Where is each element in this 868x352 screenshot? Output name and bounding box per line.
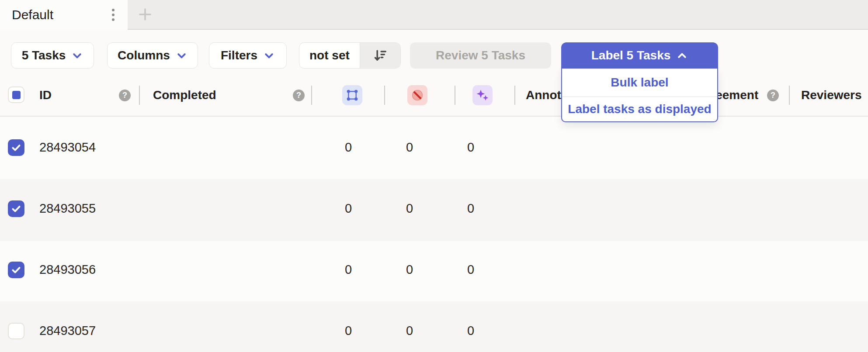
indeterminate-mark xyxy=(12,91,21,99)
tab-options-kebab-icon[interactable] xyxy=(107,7,120,23)
annotations-count: 0 xyxy=(331,140,366,155)
annotation-results-column-icon[interactable] xyxy=(342,85,362,105)
sort-descending-icon xyxy=(373,48,388,63)
predictions-count: 0 xyxy=(453,324,488,338)
tab-default-label: Default xyxy=(12,7,53,22)
plus-icon xyxy=(137,7,153,22)
chevron-down-icon xyxy=(263,50,275,62)
label-tasks-button[interactable]: Label 5 Tasks xyxy=(561,42,718,69)
cancelled-count: 0 xyxy=(392,140,427,155)
columns-dropdown[interactable]: Columns xyxy=(107,42,198,69)
toolbar: 5 Tasks Columns Filters not set xyxy=(0,30,868,74)
annotations-count: 0 xyxy=(331,324,366,338)
annotations-count: 0 xyxy=(331,262,366,277)
column-divider xyxy=(384,86,385,105)
task-id: 28493055 xyxy=(39,201,96,216)
ordering-value-button[interactable]: not set xyxy=(299,43,360,68)
column-divider xyxy=(789,86,790,105)
row-checkbox[interactable] xyxy=(8,200,24,217)
completed-help-icon[interactable]: ? xyxy=(293,90,305,101)
review-tasks-button[interactable]: Review 5 Tasks xyxy=(410,42,551,69)
predictions-count: 0 xyxy=(453,262,488,277)
select-all-checkbox[interactable] xyxy=(8,86,24,103)
task-id: 28493057 xyxy=(39,324,96,338)
column-divider xyxy=(139,86,140,105)
column-divider xyxy=(455,86,455,105)
filters-label: Filters xyxy=(221,48,257,62)
table-header: ID ? Completed ? xyxy=(0,74,868,117)
chevron-down-icon xyxy=(176,50,187,62)
task-id: 28493054 xyxy=(39,140,96,155)
tasks-count-label: 5 Tasks xyxy=(22,48,66,62)
label-tasks-menu: Bulk label Label tasks as displayed xyxy=(561,69,718,122)
tasks-count-dropdown[interactable]: 5 Tasks xyxy=(11,42,94,69)
cancelled-count: 0 xyxy=(392,262,427,277)
chevron-up-icon xyxy=(676,50,688,62)
tab-bar: Default xyxy=(0,0,868,30)
sort-direction-button[interactable] xyxy=(360,43,400,68)
menu-item-label-tasks-as-displayed[interactable]: Label tasks as displayed xyxy=(562,97,717,121)
table-row[interactable]: 28493057 0 0 0 xyxy=(0,301,868,352)
column-header-completed[interactable]: Completed xyxy=(153,74,216,116)
table-row[interactable]: 28493054 0 0 0 xyxy=(0,117,868,179)
add-tab-button[interactable] xyxy=(129,0,161,29)
predictions-count: 0 xyxy=(453,201,488,216)
column-header-id[interactable]: ID xyxy=(39,74,52,116)
menu-item-bulk-label[interactable]: Bulk label xyxy=(562,69,717,97)
task-id: 28493056 xyxy=(39,262,96,277)
column-divider xyxy=(514,86,515,105)
predictions-count: 0 xyxy=(453,140,488,155)
review-tasks-label: Review 5 Tasks xyxy=(436,48,525,62)
label-tasks-label: Label 5 Tasks xyxy=(591,48,671,62)
filters-dropdown[interactable]: Filters xyxy=(209,42,287,69)
column-header-reviewers[interactable]: Reviewers xyxy=(801,74,862,116)
agreement-help-icon[interactable]: ? xyxy=(767,90,779,101)
cancelled-count: 0 xyxy=(392,324,427,338)
ordering-control: not set xyxy=(299,42,401,69)
predictions-column-icon[interactable] xyxy=(472,85,493,105)
row-checkbox[interactable] xyxy=(8,139,24,156)
cancelled-annotations-column-icon[interactable] xyxy=(407,85,427,105)
column-divider xyxy=(311,86,312,105)
chevron-down-icon xyxy=(71,50,83,62)
annotations-count: 0 xyxy=(331,201,366,216)
table-row[interactable]: 28493055 0 0 0 xyxy=(0,179,868,241)
task-manager-screen: Default 5 Tasks Columns Filters xyxy=(0,0,868,352)
row-checkbox[interactable] xyxy=(8,262,24,278)
table-row[interactable]: 28493056 0 0 0 xyxy=(0,241,868,301)
row-checkbox[interactable] xyxy=(8,323,24,339)
cancelled-count: 0 xyxy=(392,201,427,216)
columns-label: Columns xyxy=(118,48,170,62)
id-help-icon[interactable]: ? xyxy=(119,90,131,101)
